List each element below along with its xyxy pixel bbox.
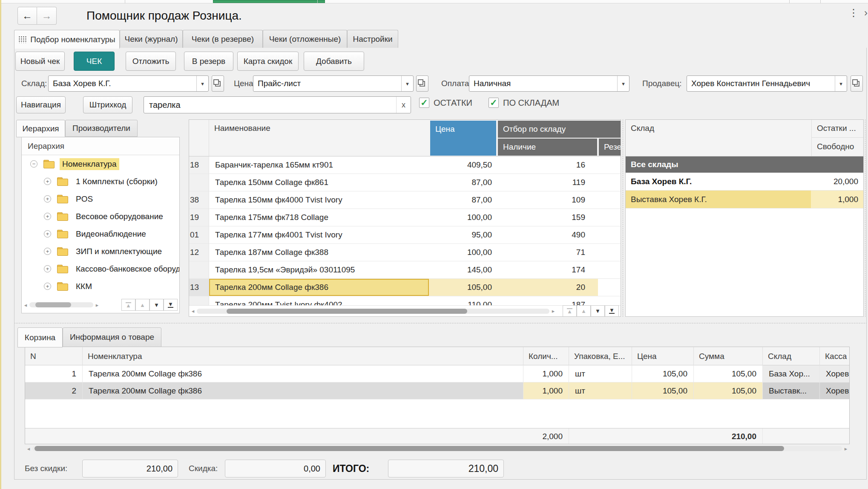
tab-cart[interactable]: Корзина bbox=[17, 327, 63, 347]
tab-cheki-v-rezerve[interactable]: Чеки (в резерве) bbox=[183, 30, 263, 48]
warehouse-row-selected[interactable]: Выставка Хорев К.Г. 1,000 bbox=[626, 191, 863, 208]
scroll-left-icon[interactable]: ◂ bbox=[189, 308, 197, 314]
reserve-button[interactable]: В резерв bbox=[184, 52, 233, 71]
chevron-down-icon[interactable]: ▾ bbox=[835, 76, 847, 91]
price-combo[interactable]: Прайс-лист ▾ bbox=[253, 75, 414, 92]
new-check-button[interactable]: Новый чек bbox=[15, 52, 65, 71]
check-button[interactable]: ЧЕК bbox=[74, 52, 115, 71]
scrollbar-track[interactable] bbox=[29, 302, 93, 307]
tree-item-root[interactable]: − Номенклатура bbox=[22, 155, 179, 173]
scroll-right-icon[interactable]: ▸ bbox=[549, 308, 557, 314]
free-column-header[interactable]: Свободно bbox=[812, 138, 864, 156]
col-sum[interactable]: Сумма bbox=[694, 347, 763, 365]
col-n[interactable]: N bbox=[25, 347, 83, 365]
scrollbar-thumb[interactable] bbox=[34, 446, 784, 451]
col-price[interactable]: Цена bbox=[632, 347, 694, 365]
expand-icon[interactable]: + bbox=[44, 265, 51, 272]
tree-item[interactable]: + Видеонаблюдение bbox=[22, 225, 179, 243]
availability-column-header[interactable]: Наличие bbox=[498, 139, 597, 156]
navigation-button[interactable]: Навигация bbox=[16, 96, 66, 113]
cart-row-selected[interactable]: 2 Тарелка 200мм Collage фк386 1,000 шт 1… bbox=[25, 382, 849, 399]
tree-item[interactable]: + POS bbox=[22, 190, 179, 208]
tab-manufacturers[interactable]: Производители bbox=[65, 120, 138, 137]
payment-combo[interactable]: Наличная ▾ bbox=[469, 75, 629, 92]
scrollbar-track[interactable] bbox=[197, 309, 549, 314]
reserve-column-header[interactable]: Резерв bbox=[599, 139, 621, 156]
price-column-header[interactable]: Цена bbox=[430, 121, 496, 156]
scroll-left-icon[interactable]: ◂ bbox=[25, 446, 32, 452]
collapse-icon[interactable]: − bbox=[30, 160, 37, 168]
product-row[interactable]: 38 Тарелка 150мм фк4000 Tvist Ivory 87,0… bbox=[189, 191, 621, 209]
tree-item[interactable]: + Весовое оборудование bbox=[22, 208, 179, 225]
warehouse-filter-header[interactable]: Отбор по складу bbox=[498, 121, 621, 138]
col-warehouse[interactable]: Склад bbox=[763, 347, 820, 365]
tab-podbor-nomenklatury[interactable]: Подбор номенклатуры bbox=[14, 30, 120, 49]
product-row[interactable]: 12 Тарелка 187мм Collage фк388 100,00 71 bbox=[189, 244, 621, 261]
remainders-column-header[interactable]: Остатки ... bbox=[812, 120, 864, 138]
tree-item[interactable]: + 1 Комплекты (сборки) bbox=[22, 173, 179, 190]
expand-icon[interactable]: + bbox=[44, 195, 51, 203]
barcode-button[interactable]: Штрихкод bbox=[83, 96, 132, 113]
warehouse-pick-button[interactable] bbox=[212, 75, 224, 92]
clear-search-icon[interactable]: x bbox=[396, 97, 411, 113]
tab-hierarchy[interactable]: Иерархия bbox=[16, 120, 65, 137]
go-next-button[interactable]: ▼ bbox=[149, 299, 164, 311]
tab-cheki-zhurnal[interactable]: Чеки (журнал) bbox=[120, 30, 183, 48]
tab-cheki-otlozhennye[interactable]: Чеки (отложенные) bbox=[263, 30, 347, 48]
col-kassa[interactable]: Касса ККМ bbox=[820, 347, 850, 365]
warehouse-row[interactable]: База Хорев К.Г. 20,000 bbox=[626, 173, 863, 191]
go-next-button[interactable]: ▼ bbox=[591, 305, 605, 317]
product-row[interactable]: 19 Тарелка 175мм фк718 Collage 100,00 15… bbox=[189, 209, 621, 226]
tab-item-info[interactable]: Информация о товаре bbox=[63, 327, 161, 347]
scroll-right-icon[interactable]: ▸ bbox=[842, 446, 850, 452]
name-column-header[interactable]: Наименование bbox=[209, 120, 429, 156]
product-row[interactable]: Тарелка 200мм Tvist Ivory фк4002 110,00 … bbox=[189, 296, 621, 306]
go-prev-button[interactable]: ▲ bbox=[135, 299, 149, 311]
panel-splitter[interactable] bbox=[865, 119, 865, 317]
scroll-left-icon[interactable]: ◂ bbox=[22, 302, 29, 308]
expand-icon[interactable]: + bbox=[44, 248, 51, 255]
search-input[interactable] bbox=[144, 96, 411, 113]
add-button[interactable]: Добавить bbox=[304, 52, 364, 71]
back-button[interactable]: ← bbox=[17, 7, 37, 25]
go-last-button[interactable]: ▼ bbox=[164, 299, 178, 311]
product-row[interactable]: 18 Баранчик-тарелка 165мм кт901 409,50 1… bbox=[189, 156, 621, 174]
scrollbar-track[interactable] bbox=[32, 446, 842, 451]
price-pick-button[interactable] bbox=[416, 75, 428, 92]
more-menu-icon[interactable]: ⋮ bbox=[848, 7, 859, 19]
product-row-selected[interactable]: 13 Тарелка 200мм Collage фк386 105,00 20 bbox=[189, 279, 621, 296]
scrollbar-thumb[interactable] bbox=[227, 309, 467, 314]
col-pack[interactable]: Упаковка, Е... bbox=[569, 347, 632, 365]
by-warehouse-checkbox[interactable]: ✓ ПО СКЛАДАМ bbox=[489, 98, 559, 108]
go-prev-button[interactable]: ▲ bbox=[577, 305, 591, 317]
seller-combo[interactable]: Хорев Константин Геннадьевич ▾ bbox=[687, 75, 847, 92]
panel-splitter[interactable] bbox=[623, 119, 623, 317]
postpone-button[interactable]: Отложить bbox=[126, 52, 176, 71]
tree-item[interactable]: + Кассово-банковское оборуд bbox=[22, 260, 179, 278]
warehouse-row-all[interactable]: Все склады bbox=[626, 156, 863, 173]
discount-card-button[interactable]: Карта скидок bbox=[237, 52, 299, 71]
chevron-down-icon[interactable]: ▾ bbox=[196, 76, 208, 91]
cart-row[interactable]: 1 Тарелка 200мм Collage фк386 1,000 шт 1… bbox=[25, 365, 849, 382]
seller-pick-button[interactable] bbox=[851, 75, 863, 92]
product-row[interactable]: Тарелка 150мм Collage фк861 87,00 119 bbox=[189, 174, 621, 191]
tab-nastroyki[interactable]: Настройки bbox=[347, 30, 398, 48]
chevron-down-icon[interactable]: ▾ bbox=[617, 76, 629, 91]
expand-icon[interactable]: + bbox=[44, 213, 51, 220]
forward-button[interactable]: → bbox=[37, 7, 57, 25]
go-first-button[interactable]: ▲ bbox=[563, 305, 577, 317]
go-last-button[interactable]: ▼ bbox=[605, 305, 619, 317]
remainders-checkbox[interactable]: ✓ ОСТАТКИ bbox=[419, 98, 472, 108]
scrollbar-thumb[interactable] bbox=[35, 302, 71, 307]
warehouse-combo[interactable]: База Хорев К.Г. ▾ bbox=[48, 75, 209, 92]
chevron-right-icon[interactable]: › bbox=[862, 7, 868, 19]
product-row[interactable]: 01 Тарелка 177мм фк4001 Tvist Ivory 95,0… bbox=[189, 226, 621, 244]
expand-icon[interactable]: + bbox=[44, 230, 51, 237]
product-row[interactable]: Тарелка 19,5см «Эвридэй» 03011095 145,00… bbox=[189, 261, 621, 279]
chevron-down-icon[interactable]: ▾ bbox=[401, 76, 413, 91]
col-nomenclature[interactable]: Номенклатура bbox=[83, 347, 523, 365]
tree-item[interactable]: + ККМ bbox=[22, 278, 179, 295]
expand-icon[interactable]: + bbox=[44, 283, 51, 290]
expand-icon[interactable]: + bbox=[44, 178, 51, 185]
go-first-button[interactable]: ▲ bbox=[121, 299, 135, 311]
